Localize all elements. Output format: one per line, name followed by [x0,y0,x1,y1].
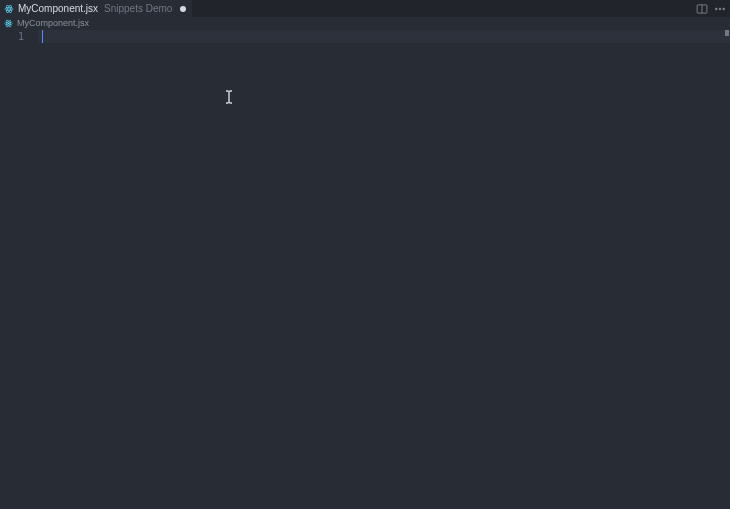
split-editor-icon[interactable] [696,3,708,15]
breadcrumb-bar[interactable]: MyComponent.jsx [0,17,730,29]
react-file-icon [4,4,14,14]
svg-point-8 [723,8,725,10]
svg-point-7 [719,8,721,10]
tab-bar: MyComponent.jsx Snippets Demo [0,0,730,17]
tab-active[interactable]: MyComponent.jsx Snippets Demo [0,0,192,17]
tab-actions [696,0,726,17]
more-actions-icon[interactable] [714,3,726,15]
line-number: 1 [0,30,24,43]
scrollbar-vertical[interactable] [718,29,730,509]
tab-title: MyComponent.jsx [18,3,98,14]
tab-dirty-indicator-icon[interactable] [180,6,186,12]
svg-point-0 [8,8,10,10]
current-line-highlight [38,30,730,43]
editor-area[interactable]: 1 [0,29,730,509]
svg-point-6 [715,8,717,10]
code-content[interactable] [38,29,716,509]
tab-subtitle: Snippets Demo [104,3,172,14]
line-number-gutter: 1 [0,29,38,509]
breadcrumb-file: MyComponent.jsx [17,18,89,28]
react-file-icon [4,19,13,28]
text-cursor [42,30,43,43]
svg-point-9 [8,22,10,24]
